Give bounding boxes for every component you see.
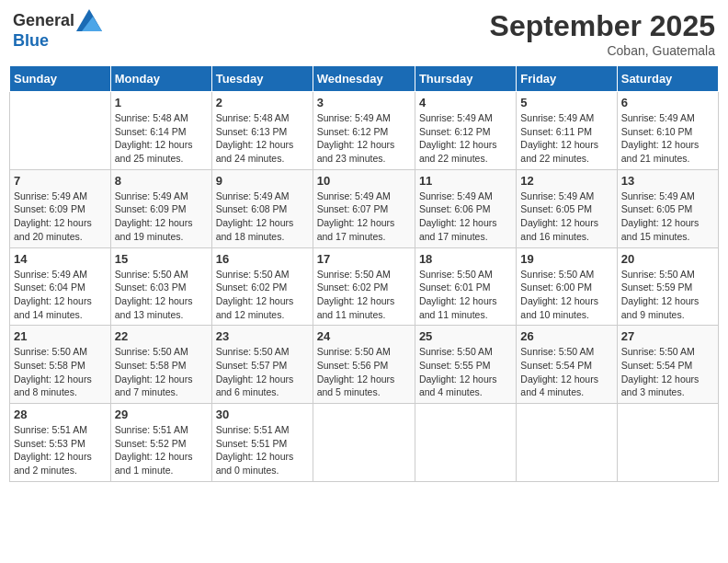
calendar-cell: 6Sunrise: 5:49 AMSunset: 6:10 PMDaylight… xyxy=(617,92,718,170)
calendar-cell: 28Sunrise: 5:51 AMSunset: 5:53 PMDayligh… xyxy=(10,404,111,482)
day-info: Sunrise: 5:49 AMSunset: 6:05 PMDaylight:… xyxy=(621,190,714,244)
calendar-cell: 20Sunrise: 5:50 AMSunset: 5:59 PMDayligh… xyxy=(617,247,718,326)
calendar-cell: 22Sunrise: 5:50 AMSunset: 5:58 PMDayligh… xyxy=(110,326,211,404)
day-info: Sunrise: 5:50 AMSunset: 5:58 PMDaylight:… xyxy=(115,345,208,399)
calendar-cell: 23Sunrise: 5:50 AMSunset: 5:57 PMDayligh… xyxy=(211,326,313,404)
day-info: Sunrise: 5:49 AMSunset: 6:08 PMDaylight:… xyxy=(216,190,309,244)
day-info: Sunrise: 5:49 AMSunset: 6:05 PMDaylight:… xyxy=(520,190,612,244)
day-number: 30 xyxy=(216,408,309,421)
calendar-cell: 12Sunrise: 5:49 AMSunset: 6:05 PMDayligh… xyxy=(517,169,617,247)
day-info: Sunrise: 5:49 AMSunset: 6:11 PMDaylight:… xyxy=(520,111,612,166)
day-info: Sunrise: 5:50 AMSunset: 6:01 PMDaylight:… xyxy=(419,268,512,322)
calendar-cell xyxy=(517,404,617,482)
day-info: Sunrise: 5:50 AMSunset: 5:57 PMDaylight:… xyxy=(216,345,309,399)
day-number: 4 xyxy=(419,96,512,109)
day-number: 9 xyxy=(216,174,309,188)
day-info: Sunrise: 5:50 AMSunset: 5:58 PMDaylight:… xyxy=(14,345,107,399)
calendar-cell: 21Sunrise: 5:50 AMSunset: 5:58 PMDayligh… xyxy=(10,326,111,404)
day-number: 14 xyxy=(14,252,107,266)
calendar-cell: 13Sunrise: 5:49 AMSunset: 6:05 PMDayligh… xyxy=(617,169,718,247)
day-number: 27 xyxy=(621,329,714,343)
calendar-cell: 7Sunrise: 5:49 AMSunset: 6:09 PMDaylight… xyxy=(10,169,111,247)
title-area: September 2025 Coban, Guatemala xyxy=(490,9,715,58)
day-number: 7 xyxy=(14,174,107,188)
page-header: General Blue September 2025 Coban, Guate… xyxy=(9,9,719,58)
day-number: 18 xyxy=(419,252,512,266)
calendar-cell: 16Sunrise: 5:50 AMSunset: 6:02 PMDayligh… xyxy=(211,247,313,326)
day-number: 23 xyxy=(216,329,309,343)
calendar-cell xyxy=(617,404,718,482)
day-info: Sunrise: 5:51 AMSunset: 5:53 PMDaylight:… xyxy=(14,423,107,477)
day-info: Sunrise: 5:51 AMSunset: 5:51 PMDaylight:… xyxy=(216,423,309,477)
logo-icon xyxy=(76,9,102,31)
day-number: 12 xyxy=(520,174,612,188)
calendar-week-row: 7Sunrise: 5:49 AMSunset: 6:09 PMDaylight… xyxy=(10,169,719,247)
day-info: Sunrise: 5:50 AMSunset: 5:56 PMDaylight:… xyxy=(317,345,411,399)
day-number: 25 xyxy=(419,329,512,343)
calendar-cell: 24Sunrise: 5:50 AMSunset: 5:56 PMDayligh… xyxy=(313,326,415,404)
calendar-cell: 25Sunrise: 5:50 AMSunset: 5:55 PMDayligh… xyxy=(415,326,516,404)
day-info: Sunrise: 5:49 AMSunset: 6:09 PMDaylight:… xyxy=(115,190,208,244)
calendar-cell: 2Sunrise: 5:48 AMSunset: 6:13 PMDaylight… xyxy=(211,92,313,170)
calendar-cell: 30Sunrise: 5:51 AMSunset: 5:51 PMDayligh… xyxy=(211,404,313,482)
calendar-cell: 4Sunrise: 5:49 AMSunset: 6:12 PMDaylight… xyxy=(415,92,516,170)
calendar-cell: 29Sunrise: 5:51 AMSunset: 5:52 PMDayligh… xyxy=(110,404,211,482)
day-info: Sunrise: 5:49 AMSunset: 6:12 PMDaylight:… xyxy=(419,111,512,166)
calendar-cell: 5Sunrise: 5:49 AMSunset: 6:11 PMDaylight… xyxy=(517,92,617,170)
day-number: 16 xyxy=(216,252,309,266)
day-number: 3 xyxy=(317,96,411,109)
calendar-cell: 14Sunrise: 5:49 AMSunset: 6:04 PMDayligh… xyxy=(10,247,111,326)
day-number: 29 xyxy=(115,408,208,421)
calendar-cell: 11Sunrise: 5:49 AMSunset: 6:06 PMDayligh… xyxy=(415,169,516,247)
calendar-cell: 19Sunrise: 5:50 AMSunset: 6:00 PMDayligh… xyxy=(517,247,617,326)
calendar-cell: 15Sunrise: 5:50 AMSunset: 6:03 PMDayligh… xyxy=(110,247,211,326)
calendar-cell: 17Sunrise: 5:50 AMSunset: 6:02 PMDayligh… xyxy=(313,247,415,326)
day-number: 20 xyxy=(621,252,714,266)
day-info: Sunrise: 5:49 AMSunset: 6:06 PMDaylight:… xyxy=(419,190,512,244)
day-info: Sunrise: 5:51 AMSunset: 5:52 PMDaylight:… xyxy=(115,423,208,477)
calendar-cell: 3Sunrise: 5:49 AMSunset: 6:12 PMDaylight… xyxy=(313,92,415,170)
calendar-cell xyxy=(10,92,111,170)
month-title: September 2025 xyxy=(490,9,715,43)
day-info: Sunrise: 5:50 AMSunset: 5:54 PMDaylight:… xyxy=(621,345,714,399)
calendar-week-row: 1Sunrise: 5:48 AMSunset: 6:14 PMDaylight… xyxy=(10,92,719,170)
weekday-header-sunday: Sunday xyxy=(10,66,111,92)
day-info: Sunrise: 5:50 AMSunset: 5:59 PMDaylight:… xyxy=(621,268,714,322)
day-info: Sunrise: 5:50 AMSunset: 5:54 PMDaylight:… xyxy=(520,345,612,399)
day-number: 6 xyxy=(621,96,714,109)
location: Coban, Guatemala xyxy=(490,43,715,58)
calendar-cell: 26Sunrise: 5:50 AMSunset: 5:54 PMDayligh… xyxy=(517,326,617,404)
day-number: 28 xyxy=(14,408,107,421)
day-number: 1 xyxy=(115,96,208,109)
calendar-cell: 9Sunrise: 5:49 AMSunset: 6:08 PMDaylight… xyxy=(211,169,313,247)
logo-general-text: General xyxy=(13,11,74,30)
day-info: Sunrise: 5:49 AMSunset: 6:10 PMDaylight:… xyxy=(621,111,714,166)
calendar-cell xyxy=(313,404,415,482)
weekday-header-tuesday: Tuesday xyxy=(211,66,313,92)
calendar-cell xyxy=(415,404,516,482)
calendar-cell: 1Sunrise: 5:48 AMSunset: 6:14 PMDaylight… xyxy=(110,92,211,170)
weekday-header-thursday: Thursday xyxy=(415,66,516,92)
calendar-cell: 27Sunrise: 5:50 AMSunset: 5:54 PMDayligh… xyxy=(617,326,718,404)
day-info: Sunrise: 5:49 AMSunset: 6:04 PMDaylight:… xyxy=(14,268,107,322)
weekday-header-wednesday: Wednesday xyxy=(313,66,415,92)
weekday-header-friday: Friday xyxy=(517,66,617,92)
day-number: 19 xyxy=(520,252,612,266)
day-number: 2 xyxy=(216,96,309,109)
day-number: 10 xyxy=(317,174,411,188)
day-info: Sunrise: 5:50 AMSunset: 6:02 PMDaylight:… xyxy=(216,268,309,322)
day-info: Sunrise: 5:49 AMSunset: 6:07 PMDaylight:… xyxy=(317,190,411,244)
calendar-table: SundayMondayTuesdayWednesdayThursdayFrid… xyxy=(9,65,719,482)
day-number: 17 xyxy=(317,252,411,266)
day-info: Sunrise: 5:49 AMSunset: 6:12 PMDaylight:… xyxy=(317,111,411,166)
day-info: Sunrise: 5:50 AMSunset: 5:55 PMDaylight:… xyxy=(419,345,512,399)
day-info: Sunrise: 5:50 AMSunset: 6:03 PMDaylight:… xyxy=(115,268,208,322)
day-info: Sunrise: 5:50 AMSunset: 6:02 PMDaylight:… xyxy=(317,268,411,322)
calendar-cell: 18Sunrise: 5:50 AMSunset: 6:01 PMDayligh… xyxy=(415,247,516,326)
logo: General Blue xyxy=(13,9,102,51)
day-info: Sunrise: 5:49 AMSunset: 6:09 PMDaylight:… xyxy=(14,190,107,244)
day-number: 15 xyxy=(115,252,208,266)
day-info: Sunrise: 5:50 AMSunset: 6:00 PMDaylight:… xyxy=(520,268,612,322)
weekday-header-monday: Monday xyxy=(110,66,211,92)
weekday-header-saturday: Saturday xyxy=(617,66,718,92)
